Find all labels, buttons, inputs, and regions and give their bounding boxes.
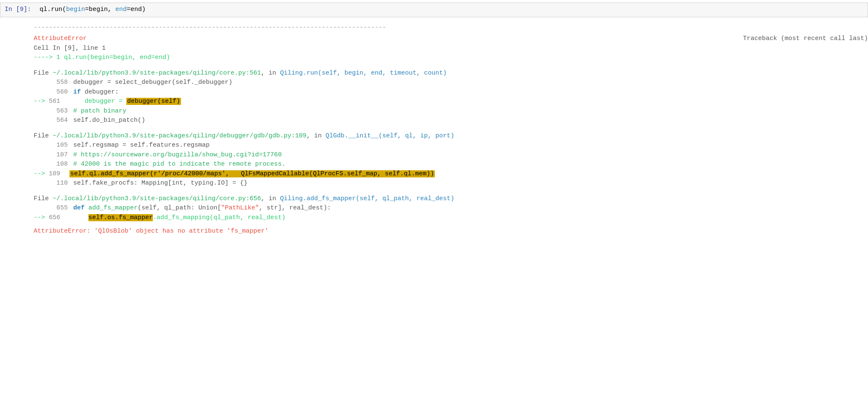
arrow-109: --> [34, 170, 45, 177]
file2-block: File ~/.local/lib/python3.9/site-package… [34, 131, 868, 188]
cell-code: ql.run(begin=begin, end=end) [35, 3, 868, 17]
keyword-begin-param: begin [66, 6, 85, 13]
file3-block: File ~/.local/lib/python3.9/site-package… [34, 194, 868, 223]
file2-func: QlGdb.__init__(self, ql, ip, port) [325, 132, 454, 139]
file3-line-656: --> 656 self.os.fs_mapper.add_fs_mapping… [34, 213, 868, 223]
line-num-107: 107 [56, 151, 68, 158]
file2-line-105: 105 self.regsmap = self.features.regsmap [34, 141, 868, 150]
error-name: AttributeError [34, 34, 87, 44]
file1-path: File ~/.local/lib/python3.9/site-package… [34, 69, 868, 78]
line-num-105: 105 [56, 142, 68, 149]
line-num-558: 558 [56, 79, 68, 86]
file1-line-560: 560 if debugger: [34, 88, 868, 97]
line-num-563: 563 [56, 107, 68, 115]
separator-line: ----------------------------------------… [34, 23, 868, 33]
comment-108: # 42000 is the magic pid to indicate the… [73, 161, 285, 168]
arrow-561: --> [34, 98, 45, 105]
cell-label: In [9]: [0, 3, 35, 17]
str-pathlike: "PathLike" [221, 204, 259, 212]
kw-if: if [73, 89, 81, 96]
line-num-655: 655 [56, 204, 68, 212]
file2-path-text: File ~/.local/lib/python3.9/site-package… [34, 132, 454, 139]
file1-line-563: 563 # patch binary [34, 107, 868, 116]
arrow-cell-line: ----> 1 ql.run(begin=begin, end=end) [34, 53, 868, 63]
traceback-header: Traceback (most recent call last) [743, 34, 868, 44]
line-num-561: 561 [49, 98, 60, 105]
file1-line-564: 564 self.do_bin_patch() [34, 116, 868, 126]
arrow-656: --> [34, 214, 45, 221]
file3-func: Qiling.add_fs_mapper(self, ql_path, real… [280, 195, 454, 202]
comment-107: # https://sourceware.org/bugzilla/show_b… [73, 151, 282, 158]
file1-block: File ~/.local/lib/python3.9/site-package… [34, 69, 868, 126]
kw-def: def [73, 204, 85, 212]
line-num-108: 108 [56, 161, 68, 168]
file1-func: Qiling.run(self, begin, end, timeout, co… [280, 70, 447, 77]
file1-line-558: 558 debugger = select_debugger(self._deb… [34, 78, 868, 88]
file3-line-655: 655 def add_fs_mapper(self, ql_path: Uni… [34, 204, 868, 213]
notebook-wrapper: In [9]: ql.run(begin=begin, end=end) ---… [0, 3, 868, 241]
file2-line-110: 110 self.fake_procfs: Mapping[int, typin… [34, 179, 868, 188]
line-num-564: 564 [56, 117, 68, 124]
file1-link: ~/.local/lib/python3.9/site-packages/qil… [53, 70, 261, 77]
output-area: ----------------------------------------… [34, 19, 868, 241]
error-header-row: AttributeError Traceback (most recent ca… [34, 34, 868, 44]
keyword-end-param: end [115, 6, 127, 13]
comment-563: # patch binary [73, 107, 126, 115]
file1-line-561: --> 561 debugger = debugger(self) [34, 97, 868, 107]
line-num-656: 656 [49, 214, 60, 221]
file3-path: File ~/.local/lib/python3.9/site-package… [34, 194, 868, 204]
file1-path-text: File ~/.local/lib/python3.9/site-package… [34, 70, 447, 77]
file2-link: ~/.local/lib/python3.9/site-packages/qil… [53, 132, 306, 139]
file3-path-text: File ~/.local/lib/python3.9/site-package… [34, 195, 454, 202]
highlight-line-109: self.ql.add_fs_mapper(r'/proc/42000/maps… [69, 170, 435, 177]
file2-line-108: 108 # 42000 is the magic pid to indicate… [34, 160, 868, 169]
highlight-656: self.os.fs_mapper [88, 214, 153, 221]
file2-line-107: 107 # https://sourceware.org/bugzilla/sh… [34, 150, 868, 160]
line-num-560: 560 [56, 89, 68, 96]
highlight-debugger-self: debugger(self) [126, 98, 181, 105]
file3-link: ~/.local/lib/python3.9/site-packages/qil… [53, 195, 261, 202]
input-cell: In [9]: ql.run(begin=begin, end=end) [0, 3, 868, 17]
func-name-655: add_fs_mapper [88, 204, 138, 212]
error-bottom: AttributeError: 'QlOsBlob' object has no… [34, 227, 868, 236]
line-num-110: 110 [56, 180, 68, 187]
file2-path: File ~/.local/lib/python3.9/site-package… [34, 131, 868, 141]
cell-info-line: Cell In [9], line 1 [34, 44, 868, 54]
line-num-109: 109 [49, 170, 60, 177]
file2-line-109: --> 109 self.ql.add_fs_mapper(r'/proc/42… [34, 169, 868, 179]
